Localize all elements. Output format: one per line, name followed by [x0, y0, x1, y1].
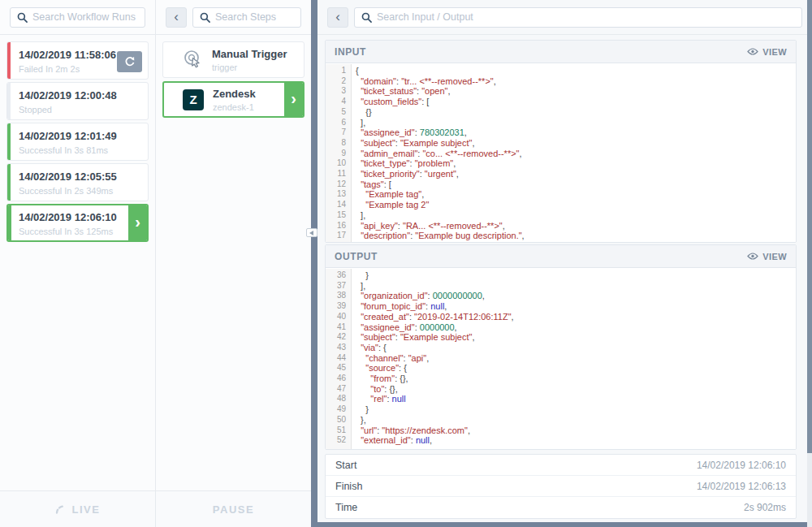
code-text: },: [351, 415, 366, 425]
code-line: 14 "Example tag 2": [326, 200, 796, 210]
panel-bottom-frame: [311, 522, 812, 527]
input-view-label: VIEW: [762, 47, 787, 57]
output-panel: OUTPUT VIEW 36 }37 ],38 "organization_id…: [325, 244, 797, 450]
runs-search-input[interactable]: [32, 11, 138, 23]
code-line: 37 ],: [326, 281, 796, 292]
scrollbar-thumb[interactable]: [807, 0, 812, 453]
io-back-button[interactable]: ‹: [327, 7, 348, 28]
workflow-step-item[interactable]: Manual Trigger trigger: [162, 41, 304, 78]
run-timestamp: 14/02/2019 12:06:10: [19, 211, 139, 223]
line-number: 2: [326, 76, 351, 87]
meta-value: 2s 902ms: [744, 502, 786, 513]
code-line: 47 "to": {},: [326, 384, 796, 395]
runs-search-box[interactable]: [10, 7, 145, 28]
io-search-box[interactable]: [354, 7, 802, 28]
run-status-text: Successful In 3s 125ms: [19, 227, 139, 236]
run-status-strip: [7, 164, 11, 201]
code-line: 3 "ticket_status": "open",: [326, 86, 796, 97]
vertical-scrollbar[interactable]: [807, 0, 812, 527]
io-search-input[interactable]: [377, 11, 795, 23]
code-line: 16 "api_key": "RA... <**--removed--**>",: [326, 221, 796, 231]
code-text: }: [351, 404, 369, 415]
input-title: INPUT: [335, 46, 366, 58]
rerun-button[interactable]: [117, 51, 142, 72]
eye-icon: [747, 48, 758, 55]
meta-label: Finish: [335, 481, 362, 492]
steps-column: ‹ Manual Trigger trigger Z Zendesk zende…: [156, 0, 311, 527]
eye-icon: [747, 253, 758, 260]
code-text: "Example tag",: [351, 189, 424, 200]
code-text: "tags": [: [351, 179, 391, 190]
output-view-button[interactable]: VIEW: [747, 252, 787, 261]
line-number: 42: [326, 332, 351, 343]
refresh-icon: [124, 56, 136, 67]
input-code-editor[interactable]: 1{2 "domain": "tr... <**--removed--**>",…: [326, 64, 796, 242]
code-text: "forum_topic_id": null,: [351, 301, 447, 312]
line-number: 37: [326, 281, 351, 292]
meta-row: Time 2s 902ms: [326, 497, 796, 518]
line-number: 1: [326, 66, 351, 76]
line-number: 38: [326, 291, 351, 301]
code-text: ],: [351, 118, 365, 128]
line-number: 17: [326, 231, 351, 241]
output-code-editor[interactable]: 36 }37 ],38 "organization_id": 000000000…: [326, 269, 796, 449]
workflow-run-item[interactable]: 14/02/2019 12:06:10 Successful In 3s 125…: [6, 204, 149, 242]
selected-run-chevron-icon: ›: [128, 205, 147, 240]
code-line: 7 "assignee_id": 780302031,: [326, 127, 796, 138]
line-number: 39: [326, 301, 351, 312]
run-status-text: Successful In 2s 349ms: [19, 186, 140, 196]
steps-back-button[interactable]: ‹: [166, 7, 187, 28]
meta-row: Finish 14/02/2019 12:06:13: [326, 476, 796, 497]
step-subtitle: trigger: [212, 63, 287, 72]
line-number: 44: [326, 353, 351, 364]
code-line: 46 "from": {},: [326, 374, 796, 384]
line-number: 40: [326, 312, 351, 322]
code-line: 10 "ticket_type": "problem",: [326, 158, 796, 169]
run-timestamp: 14/02/2019 12:05:55: [19, 171, 140, 183]
code-line: 17 "description": "Example bug descripti…: [326, 231, 796, 241]
line-number: 11: [326, 169, 351, 179]
workflow-run-item[interactable]: 14/02/2019 12:05:55 Successful In 2s 349…: [6, 163, 149, 201]
pause-button[interactable]: PAUSE: [156, 490, 311, 527]
code-text: "channel": "api",: [351, 353, 429, 364]
run-status-text: Successful In 3s 81ms: [19, 145, 140, 155]
code-text: "domain": "tr... <**--removed--**>",: [351, 76, 496, 87]
divider-drag-handle[interactable]: [306, 228, 317, 237]
live-button[interactable]: LIVE: [0, 490, 155, 527]
line-number: 47: [326, 384, 351, 395]
code-text: "source": {: [351, 363, 407, 374]
workflow-run-item[interactable]: 14/02/2019 11:58:06 Failed In 2m 2s: [6, 41, 149, 80]
steps-search-input[interactable]: [215, 11, 294, 23]
zendesk-icon: Z: [183, 89, 204, 110]
workflow-run-item[interactable]: 14/02/2019 12:01:49 Successful In 3s 81m…: [6, 123, 149, 161]
code-line: 4 "custom_fields": [: [326, 97, 796, 107]
step-list: Manual Trigger trigger Z Zendesk zendesk…: [156, 36, 311, 490]
input-panel-header: INPUT VIEW: [326, 41, 796, 63]
run-status-strip: [7, 42, 11, 79]
step-icon: [182, 48, 203, 72]
search-icon: [17, 12, 28, 23]
line-number: 15: [326, 210, 351, 221]
code-text: "description": "Example bug description.…: [351, 231, 525, 241]
step-text: Zendesk zendesk-1: [213, 88, 256, 112]
steps-search-box[interactable]: [192, 7, 301, 28]
line-number: 16: [326, 221, 351, 231]
code-text: "via": {: [351, 343, 387, 353]
line-number: 9: [326, 149, 351, 159]
line-number: 4: [326, 97, 351, 107]
code-text: {: [351, 66, 359, 76]
code-line: 36 }: [326, 270, 796, 281]
run-status-strip: [7, 123, 11, 160]
code-line: 15 ],: [326, 210, 796, 221]
input-view-button[interactable]: VIEW: [747, 47, 787, 57]
workflow-run-item[interactable]: 14/02/2019 12:00:48 Stopped: [6, 82, 149, 120]
code-line: 11 "ticket_priority": "urgent",: [326, 169, 796, 179]
code-line: 8 "subject": "Example subject",: [326, 138, 796, 149]
panel-divider: [311, 0, 317, 527]
workflow-step-item[interactable]: Z Zendesk zendesk-1 ›: [162, 81, 304, 118]
meta-row: Start 14/02/2019 12:06:10: [326, 455, 796, 476]
line-number: 12: [326, 179, 351, 190]
run-timestamp: 14/02/2019 12:01:49: [19, 130, 140, 142]
run-status-text: Stopped: [19, 105, 140, 114]
run-timestamp: 14/02/2019 12:00:48: [19, 89, 140, 102]
